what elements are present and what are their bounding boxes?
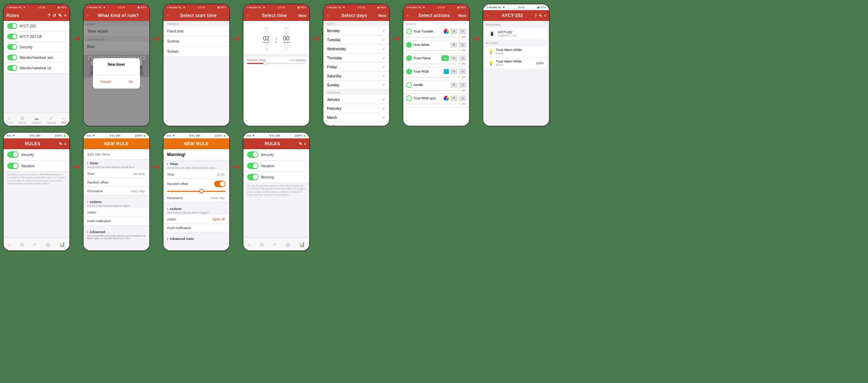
- time-field-b2[interactable]: Time set time ›: [84, 169, 149, 178]
- add-icon[interactable]: +: [64, 13, 67, 18]
- hours-picker[interactable]: 00 01 02 03 04: [263, 27, 269, 51]
- day-saturday[interactable]: Saturday✓: [323, 72, 389, 81]
- copy-btn-flame[interactable]: ⧉: [450, 55, 458, 61]
- toggle-security[interactable]: [7, 44, 17, 50]
- back-icon-5[interactable]: ←: [326, 13, 330, 18]
- add-icon-7[interactable]: +: [544, 14, 546, 18]
- offset-toggle-b3[interactable]: [214, 181, 226, 187]
- tab-security-b1[interactable]: ✓: [33, 241, 37, 247]
- back-icon-2[interactable]: ←: [86, 13, 90, 18]
- flame-toggle[interactable]: [406, 55, 412, 61]
- add-icon-b4[interactable]: +: [304, 142, 306, 146]
- day-tuesday[interactable]: Tuesday✓: [323, 35, 389, 44]
- list-item-security-b4[interactable]: Security ›: [243, 149, 309, 160]
- refresh-icon[interactable]: ↺: [52, 13, 56, 18]
- toggle-security-b4[interactable]: [247, 151, 259, 158]
- toggle-vacation-b4[interactable]: [247, 163, 259, 169]
- back-icon-4[interactable]: ←: [246, 13, 250, 18]
- copy-btn-warmwhite[interactable]: ⧉: [450, 42, 458, 48]
- time-field-b3[interactable]: Time 11:00 ›: [163, 170, 229, 179]
- push-field-b2[interactable]: Push notification ›: [84, 217, 149, 225]
- fixed-time-item[interactable]: Fixed time ›: [163, 26, 229, 36]
- edit-icon-b4[interactable]: ✎: [299, 142, 302, 146]
- tab-scenes[interactable]: ⊙Scenes: [18, 115, 26, 124]
- month-apr[interactable]: April✓: [323, 122, 389, 126]
- list-item-security[interactable]: Security ›: [4, 42, 69, 52]
- month-mar[interactable]: March✓: [323, 113, 389, 122]
- toggle-ayct202off[interactable]: [7, 34, 17, 39]
- toggle-security-b1[interactable]: [7, 151, 19, 158]
- month-jan[interactable]: January✓: [323, 95, 389, 104]
- sunset-item[interactable]: Sunset ›: [163, 47, 229, 57]
- list-item-security-b1[interactable]: Security ›: [4, 149, 69, 160]
- list-item-vacation-b1[interactable]: Vacation ›: [4, 160, 69, 172]
- timer-name-input[interactable]: [97, 72, 136, 76]
- tunable-toggle[interactable]: [406, 29, 412, 34]
- help-icon-7[interactable]: ?: [535, 14, 537, 18]
- candle-toggle[interactable]: [406, 82, 412, 88]
- back-icon-3[interactable]: ←: [166, 13, 170, 18]
- day-sunday[interactable]: Sunday✓: [323, 81, 389, 90]
- month-feb[interactable]: February✓: [323, 104, 389, 113]
- tab-scenes-b1[interactable]: ⊙: [20, 241, 24, 247]
- ok-button[interactable]: Ok: [125, 79, 136, 84]
- copy-btn-tunable[interactable]: ⧉: [450, 29, 458, 34]
- color-wheel-tunable[interactable]: [444, 29, 449, 34]
- help-icon[interactable]: ?: [48, 13, 50, 18]
- toggle-wandaan[interactable]: [7, 55, 17, 60]
- action-warmwhite-2[interactable]: 💡 Trust Warm White Room 100%: [485, 58, 547, 68]
- rgbspot-toggle[interactable]: [406, 95, 412, 101]
- occurance-field-b3[interactable]: Occurance every day ›: [163, 194, 229, 202]
- edit-icon-7[interactable]: ✎: [539, 14, 542, 18]
- toggle-vacation-b1[interactable]: [7, 163, 19, 169]
- next-button-5[interactable]: Next: [378, 14, 386, 18]
- offset-field-b2[interactable]: Random offset: [84, 178, 149, 187]
- toggle-ayct202[interactable]: [7, 23, 17, 29]
- tab-home-b4[interactable]: ⌂: [248, 241, 251, 247]
- tab-settings-b4[interactable]: ◎: [286, 241, 290, 247]
- rgb-toggle[interactable]: [406, 69, 412, 74]
- offset-slider-b3[interactable]: [163, 189, 229, 194]
- list-item-wandaan[interactable]: Wandschakelaar aan ›: [4, 52, 69, 63]
- next-button-4[interactable]: Next: [298, 14, 306, 18]
- day-monday[interactable]: Monday✓: [323, 26, 389, 35]
- list-item-ayct202off[interactable]: AYCT-202 Off ›: [4, 31, 69, 42]
- copy-btn-candle[interactable]: ⧉: [450, 82, 458, 88]
- tab-more[interactable]: ···More: [61, 115, 67, 124]
- warmwhite-toggle[interactable]: [406, 42, 412, 48]
- toggle-morning-b4[interactable]: [247, 174, 259, 180]
- copy-btn-rgb[interactable]: ⧉: [450, 69, 458, 74]
- color-wheel-rgbspot[interactable]: [444, 96, 449, 101]
- rule-title-input-b2[interactable]: [84, 149, 149, 160]
- tab-security[interactable]: ✓Security: [47, 115, 56, 124]
- minutes-picker[interactable]: 59 59 00 01 02: [283, 27, 290, 51]
- slider-thumb[interactable]: [263, 61, 268, 65]
- rgb-color-swatch[interactable]: [444, 69, 449, 74]
- day-wednesday[interactable]: Wednesday✓: [323, 44, 389, 53]
- copy-btn-rgbspot[interactable]: ⧉: [450, 95, 458, 101]
- cancel-button[interactable]: Cancel!: [97, 79, 114, 84]
- tab-contacts[interactable]: ☁Contacts: [32, 115, 42, 124]
- edit-icon-b1[interactable]: ✎: [59, 142, 62, 146]
- edit-icon[interactable]: ✎: [58, 13, 62, 18]
- trigger-ayct[interactable]: 📱 AYCT-202 Channel 1: On: [485, 28, 547, 39]
- settings-btn-tunable[interactable]: ✕: [459, 29, 466, 34]
- list-item-wanduit[interactable]: Wandschakelaar uit ›: [4, 63, 69, 73]
- tab-home[interactable]: ⌂Home: [6, 115, 13, 124]
- toggle-wanduit[interactable]: [7, 65, 17, 71]
- settings-btn-rgb[interactable]: ✕: [459, 69, 466, 74]
- occurance-field-b2[interactable]: Occurance every day ›: [84, 187, 149, 195]
- tab-stats-b4[interactable]: 📊: [299, 241, 305, 247]
- tab-stats-b1[interactable]: 📊: [59, 241, 65, 247]
- settings-btn-rgbspot[interactable]: ✕: [459, 95, 466, 101]
- tab-scenes-b4[interactable]: ⊙: [260, 241, 264, 247]
- offset-slider-track[interactable]: [247, 63, 306, 64]
- settings-btn-candle[interactable]: ✕: [459, 82, 466, 88]
- tab-settings-b1[interactable]: ◎: [46, 241, 50, 247]
- add-icon-b1[interactable]: +: [64, 142, 67, 146]
- tab-home-b1[interactable]: ⌂: [8, 241, 11, 247]
- day-thursday[interactable]: Thursday✓: [323, 53, 389, 63]
- list-item-vacation-b4[interactable]: Vacation ›: [243, 160, 309, 172]
- tab-security-b4[interactable]: ✓: [273, 241, 277, 247]
- flame-btn[interactable]: ●: [442, 55, 449, 61]
